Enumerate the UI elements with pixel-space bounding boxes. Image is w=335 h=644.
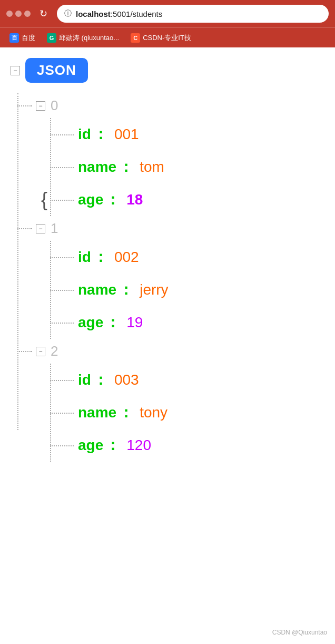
item-1-index: 1 xyxy=(51,220,58,237)
root-collapse-button[interactable]: − xyxy=(11,66,20,75)
item-0-age-value: 18 xyxy=(126,191,143,208)
item-2-age-row: age ： 120 xyxy=(78,429,324,462)
reload-button[interactable]: ↻ xyxy=(36,6,51,21)
item-1-id-row: id ： 002 xyxy=(78,241,324,274)
item-1-id-colon: ： xyxy=(93,247,108,267)
item-2-name-key: name xyxy=(78,404,116,421)
item-2-age-key: age xyxy=(78,437,103,454)
item-1-name-row: name ： jerry xyxy=(78,274,324,306)
item-0-id-row: id ： 001 xyxy=(78,118,324,151)
grammarly-icon: G xyxy=(47,33,56,43)
item-1-name-key: name xyxy=(78,281,116,298)
item-2-name-value: tony xyxy=(140,404,168,421)
student-item-2: − 2 id ： 003 name ： tony age ： 120 xyxy=(36,339,324,462)
item-0-id-key: id xyxy=(78,126,91,143)
item-2-id-value: 003 xyxy=(114,372,139,388)
url-text: localhost:5001/students xyxy=(76,9,162,18)
json-badge: JSON xyxy=(25,58,88,83)
browser-toolbar: ↻ ⓘ localhost:5001/students xyxy=(0,0,335,27)
item-0-id-value: 001 xyxy=(114,126,139,143)
item-1-id-key: id xyxy=(78,249,91,266)
bookmark-csdn[interactable]: C CSDN-专业IT技 xyxy=(125,31,196,45)
item-0-name-colon: ： xyxy=(119,157,133,177)
bookmark-csdn-label: CSDN-专业IT技 xyxy=(143,33,191,43)
watermark: CSDN @Qiuxuntao xyxy=(272,629,327,636)
item-0-name-value: tom xyxy=(140,159,164,175)
dot-3 xyxy=(24,11,31,17)
students-tree: − 0 id ： 001 name ： tom age ： 18 xyxy=(11,93,324,462)
item-0-age-colon: ： xyxy=(105,190,120,210)
item-0-age-key: age xyxy=(78,191,103,208)
item-1-age-row: age ： 19 xyxy=(78,306,324,339)
address-bar[interactable]: ⓘ localhost:5001/students xyxy=(57,5,329,23)
item-0-children: id ： 001 name ： tom age ： 18 xyxy=(36,118,324,216)
item-2-id-colon: ： xyxy=(93,370,108,390)
item-1-children: id ： 002 name ： jerry age ： 19 xyxy=(36,241,324,339)
item-1-id-value: 002 xyxy=(114,249,139,266)
item-1-age-key: age xyxy=(78,314,103,331)
item-2-age-value: 120 xyxy=(126,437,151,454)
item-0-collapse-button[interactable]: − xyxy=(36,101,45,111)
item-2-name-row: name ： tony xyxy=(78,396,324,429)
item-1-age-value: 19 xyxy=(126,314,143,331)
item-1-name-value: jerry xyxy=(140,281,168,298)
baidu-icon: 百 xyxy=(9,33,19,43)
url-path: /students xyxy=(130,9,162,18)
item-0-header: − 0 xyxy=(36,93,324,118)
item-0-age-row: age ： 18 xyxy=(78,183,324,216)
bookmarks-bar: 百 百度 G 邱勋涛 (qiuxuntao... C CSDN-专业IT技 xyxy=(0,27,335,47)
item-2-collapse-button[interactable]: − xyxy=(36,347,45,356)
item-1-age-colon: ： xyxy=(105,313,120,333)
item-1-collapse-button[interactable]: − xyxy=(36,224,45,233)
url-port: :5001 xyxy=(111,9,131,18)
item-2-name-colon: ： xyxy=(119,403,133,423)
bookmark-baidu[interactable]: 百 百度 xyxy=(4,31,41,45)
info-icon: ⓘ xyxy=(64,9,72,18)
dot-2 xyxy=(15,11,22,17)
dot-1 xyxy=(6,11,13,17)
item-2-id-row: id ： 003 xyxy=(78,364,324,396)
bookmark-grammarly[interactable]: G 邱勋涛 (qiuxuntao... xyxy=(42,31,124,45)
json-colon: ： xyxy=(90,61,104,80)
student-item-1: − 1 id ： 002 name ： jerry age ： 19 xyxy=(36,216,324,339)
item-2-children: id ： 003 name ： tony age ： 120 xyxy=(36,364,324,462)
browser-controls: ↻ xyxy=(6,6,51,21)
student-item-0: − 0 id ： 001 name ： tom age ： 18 xyxy=(36,93,324,216)
item-2-header: − 2 xyxy=(36,339,324,364)
item-1-header: − 1 xyxy=(36,216,324,241)
item-2-id-key: id xyxy=(78,372,91,388)
item-1-name-colon: ： xyxy=(119,280,133,300)
json-header: − JSON ： xyxy=(11,58,324,83)
bookmark-baidu-label: 百度 xyxy=(22,33,35,43)
csdn-icon: C xyxy=(131,33,140,43)
content-area: − JSON ： − 0 id ： 001 name ： to xyxy=(0,47,335,644)
item-0-name-key: name xyxy=(78,159,116,175)
traffic-dots xyxy=(6,11,31,17)
item-0-name-row: name ： tom xyxy=(78,151,324,183)
item-2-age-colon: ： xyxy=(105,435,120,455)
bookmark-grammarly-label: 邱勋涛 (qiuxuntao... xyxy=(59,33,119,43)
item-0-id-colon: ： xyxy=(93,124,108,144)
url-host: localhost xyxy=(76,9,111,18)
item-2-index: 2 xyxy=(51,343,58,359)
item-0-index: 0 xyxy=(51,97,58,114)
